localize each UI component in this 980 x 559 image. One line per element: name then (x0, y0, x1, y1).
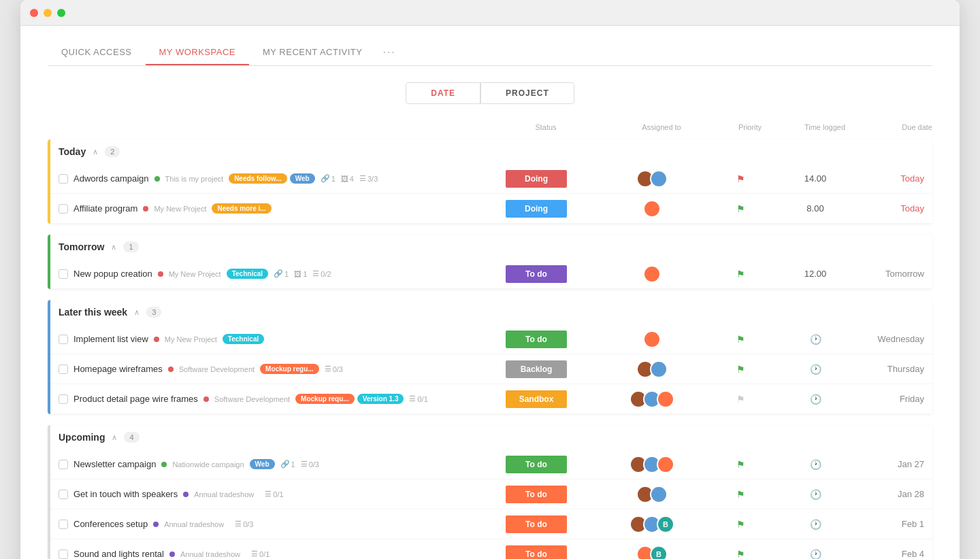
status-badge[interactable]: Sandbox (506, 390, 567, 408)
task-meta: ☰0/1 (265, 490, 283, 498)
clock-icon: 🕐 (810, 459, 821, 470)
section-count-tomorrow: 1 (123, 241, 138, 252)
col-assigned: Assigned to (606, 123, 715, 131)
section-header-today[interactable]: Today ∧ 2 (50, 139, 932, 164)
task-meta: 🔗1🖼4☰3/3 (321, 174, 378, 183)
section-header-tomorrow[interactable]: Tomorrow ∧ 1 (50, 235, 932, 259)
status-badge[interactable]: Doing (506, 200, 567, 218)
tag-list: Mockup requ...Version 1.3 (295, 394, 404, 404)
maximize-dot[interactable] (57, 9, 65, 17)
due-date-cell: Today (856, 173, 924, 184)
status-badge[interactable]: To do (506, 331, 567, 348)
tab-my-workspace[interactable]: MY WORKSPACE (146, 40, 249, 65)
task-name: Product detail page wire frames (74, 394, 198, 404)
col-due: Due date (864, 123, 932, 131)
status-badge[interactable]: To do (506, 486, 567, 503)
task-name: Affiliate program (74, 203, 137, 214)
project-dot (183, 492, 189, 497)
task-name: Homepage wireframes (74, 364, 163, 374)
meta-checklist: ☰0/3 (301, 460, 319, 469)
checklist-icon: ☰ (409, 394, 416, 403)
link-icon: 🔗 (321, 174, 330, 183)
column-headers: Status Assigned to Priority Time logged … (50, 120, 932, 137)
table-row: Sound and lights rental Annual tradeshow… (50, 539, 932, 559)
task-checkbox[interactable] (59, 549, 68, 559)
minimize-dot[interactable] (44, 9, 52, 17)
tab-bar: QUICK ACCESS MY WORKSPACE MY RECENT ACTI… (48, 39, 932, 66)
section-header-upcoming[interactable]: Upcoming ∧ 4 (50, 425, 932, 450)
status-badge[interactable]: Backlog (506, 360, 567, 378)
task-checkbox[interactable] (59, 269, 68, 279)
task-meta: ☰0/1 (251, 549, 270, 558)
status-badge[interactable]: To do (506, 545, 567, 560)
avatar (657, 390, 674, 408)
status-badge[interactable]: To do (506, 265, 567, 283)
section-title-upcoming: Upcoming (59, 432, 105, 443)
task-meta: ☰0/3 (235, 520, 253, 528)
checklist-icon: ☰ (235, 520, 242, 528)
task-checkbox[interactable] (59, 365, 68, 374)
avatars-cell (598, 486, 706, 503)
priority-cell: ⚑ (706, 519, 774, 530)
task-main-0-0: Adwords campaign This is my project Need… (59, 173, 475, 184)
clock-icon: 🕐 (810, 364, 821, 375)
task-checkbox[interactable] (59, 394, 68, 404)
avatar (650, 170, 668, 188)
toggle-date-button[interactable]: DATE (406, 82, 480, 104)
tab-more[interactable]: ··· (376, 39, 402, 65)
status-badge[interactable]: To do (506, 456, 567, 473)
priority-flag-icon: ⚑ (736, 394, 745, 405)
priority-cell: ⚑ (706, 173, 774, 184)
collapse-icon-later-this-week[interactable]: ∧ (134, 308, 140, 317)
section-count-later-this-week: 3 (146, 307, 161, 318)
task-checkbox[interactable] (59, 490, 68, 499)
tab-recent-activity[interactable]: MY RECENT ACTIVITY (249, 40, 376, 65)
priority-cell: ⚑ (706, 364, 774, 375)
toggle-project-button[interactable]: PROJECT (480, 82, 574, 104)
project-dot (169, 552, 175, 557)
checklist-icon: ☰ (325, 365, 331, 373)
status-badge[interactable]: To do (506, 515, 567, 533)
time-cell: 8.00 (774, 203, 856, 214)
task-name: Newsletter campaign (74, 459, 156, 469)
section-header-later-this-week[interactable]: Later this week ∧ 3 (50, 300, 932, 324)
task-main-3-0: Newsletter campaign Nationwide campaign … (59, 459, 475, 469)
section-later-this-week: Later this week ∧ 3 Implement list view … (48, 300, 932, 414)
due-date-cell: Jan 28 (856, 489, 924, 499)
project-name: Annual tradeshow (164, 520, 224, 528)
avatar (643, 265, 661, 283)
task-checkbox[interactable] (59, 204, 68, 214)
checklist-icon: ☰ (312, 269, 319, 278)
status-cell: Sandbox (475, 390, 598, 408)
task-checkbox[interactable] (59, 520, 68, 529)
task-checkbox[interactable] (59, 335, 68, 344)
project-name: My New Project (165, 335, 217, 343)
task-main-2-2: Product detail page wire frames Software… (59, 394, 475, 404)
project-dot (203, 396, 209, 402)
status-badge[interactable]: Doing (506, 170, 567, 188)
meta-checklist: ☰0/3 (325, 365, 343, 373)
avatar (643, 200, 661, 218)
section-today: Today ∧ 2 Adwords campaign This is my pr… (48, 139, 932, 224)
time-cell: 🕐 (774, 364, 856, 375)
tag-list: Technical (223, 334, 264, 344)
close-dot[interactable] (30, 9, 38, 17)
table-row: Affiliate program My New Project Needs m… (50, 194, 932, 224)
project-name: Software Development (179, 365, 255, 373)
task-checkbox[interactable] (59, 174, 68, 184)
tag-list: Technical (227, 269, 268, 279)
project-dot (143, 206, 148, 211)
due-date-cell: Thursday (856, 364, 924, 374)
avatar (643, 331, 661, 348)
tab-quick-access[interactable]: QUICK ACCESS (48, 40, 146, 65)
collapse-icon-today[interactable]: ∧ (93, 148, 98, 156)
task-main-3-1: Get in touch with speakers Annual trades… (59, 489, 475, 499)
project-name: Annual tradeshow (194, 490, 254, 498)
time-cell: 🕐 (774, 459, 856, 470)
collapse-icon-upcoming[interactable]: ∧ (112, 433, 117, 442)
tag: Version 1.3 (357, 394, 404, 404)
collapse-icon-tomorrow[interactable]: ∧ (111, 243, 116, 252)
checklist-icon: ☰ (251, 549, 258, 558)
priority-flag-icon: ⚑ (736, 519, 745, 530)
task-checkbox[interactable] (59, 460, 68, 469)
